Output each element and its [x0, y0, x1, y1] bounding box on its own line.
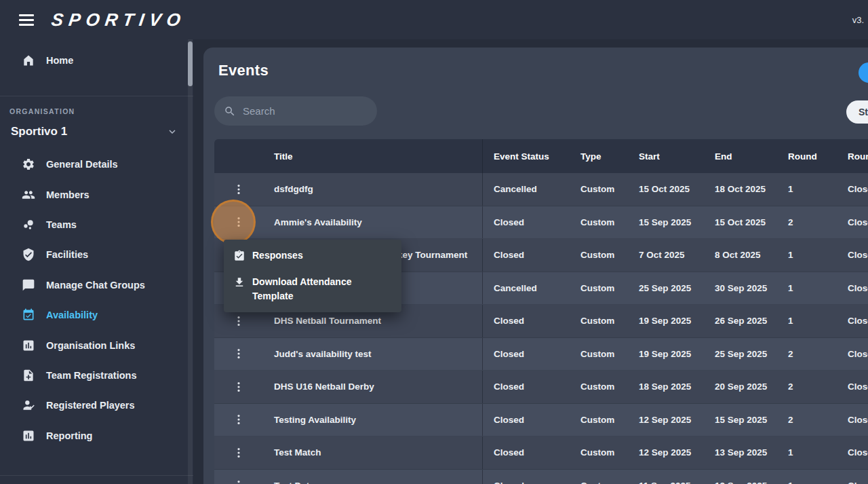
round-status: Closed	[837, 404, 868, 436]
row-actions-button[interactable]	[227, 310, 250, 333]
sidebar-item-label: Manage Chat Groups	[46, 280, 145, 291]
event-status: Closed	[483, 436, 570, 469]
end-date: 30 Sep 2025	[704, 272, 777, 305]
table-row[interactable]: Test MatchClosedCustom12 Sep 202513 Sep …	[214, 436, 868, 470]
row-actions-button[interactable]	[227, 441, 250, 464]
end-date: 13 Sep 2025	[704, 436, 777, 469]
sidebar-item-teams[interactable]: Teams	[0, 210, 193, 240]
end-date: 18 Oct 2025	[704, 173, 777, 206]
event-title: DHS U16 Netball Derby	[263, 371, 483, 403]
add-button[interactable]	[859, 62, 868, 83]
event-status: Cancelled	[483, 173, 570, 206]
dots-vertical-icon	[232, 183, 245, 196]
row-actions-button[interactable]	[227, 342, 250, 365]
event-title: Testing Availability	[263, 404, 483, 436]
table-row[interactable]: Test DatesClosedCustom11 Sep 202512 Sep …	[214, 470, 868, 484]
sidebar-item-organisation-links[interactable]: Organisation Links	[0, 330, 193, 360]
row-actions-cell	[214, 173, 263, 206]
hamburger-menu-icon[interactable]	[19, 14, 34, 26]
round: 1	[777, 436, 837, 469]
sidebar-item-reporting[interactable]: Reporting	[0, 421, 193, 451]
row-actions-button[interactable]	[227, 474, 250, 484]
start-date: 15 Oct 2025	[628, 173, 704, 206]
sidebar-item-manage-chat-groups[interactable]: Manage Chat Groups	[0, 270, 193, 300]
table-row[interactable]: Ammie's AvailabilityClosedCustom15 Sep 2…	[214, 206, 868, 240]
round: 1	[777, 305, 837, 337]
row-actions-cell	[214, 436, 263, 469]
sidebar-item-label: Teams	[46, 219, 77, 230]
column-header-actions	[214, 139, 263, 173]
sidebar-item-members[interactable]: Members	[0, 179, 193, 209]
sidebar-item-label: Facilities	[46, 249, 88, 260]
end-date: 25 Sep 2025	[704, 338, 777, 371]
table-row[interactable]: DHS U16 Netball DerbyClosedCustom18 Sep …	[214, 371, 868, 404]
row-actions-cell	[214, 371, 263, 403]
dots-vertical-icon	[232, 413, 245, 426]
row-actions-button[interactable]	[227, 210, 250, 234]
sidebar-item-home[interactable]: Home	[0, 45, 193, 75]
sidebar-item-label: Reporting	[46, 430, 92, 441]
sidebar-item-facilities[interactable]: Facilities	[0, 240, 193, 269]
start-date: 25 Sep 2025	[628, 272, 704, 305]
sidebar-item-availability[interactable]: Availability	[0, 300, 193, 330]
round: 2	[777, 206, 837, 239]
sidebar-divider	[0, 96, 193, 96]
event-status: Closed	[483, 305, 570, 337]
search-bar[interactable]	[214, 96, 377, 126]
bubbles-icon	[22, 218, 35, 231]
start-date: 19 Sep 2025	[628, 338, 704, 371]
column-header-round: Round	[777, 139, 837, 173]
start-date: 7 Oct 2025	[628, 239, 704, 272]
start-date: 11 Sep 2025	[628, 470, 704, 484]
sidebar-scrollbar[interactable]	[188, 39, 193, 484]
home-icon	[22, 54, 35, 67]
table-row[interactable]: Judd's availability testClosedCustom19 S…	[214, 338, 868, 371]
table-row[interactable]: dsfdgdfgCancelledCustom15 Oct 202518 Oct…	[214, 173, 868, 206]
round: 1	[777, 272, 837, 305]
sidebar-item-team-registrations[interactable]: Team Registrations	[0, 360, 193, 390]
search-input[interactable]	[243, 105, 368, 117]
sidebar-item-general-details[interactable]: General Details	[0, 149, 193, 179]
app-logo: SPORTIVO	[50, 10, 187, 31]
chart-box-icon	[22, 339, 35, 352]
sidebar-item-label: Organisation Links	[46, 340, 135, 351]
clipboard-add-icon	[22, 369, 35, 382]
row-actions-cell	[214, 470, 263, 484]
dots-vertical-icon	[232, 446, 245, 460]
row-actions-button[interactable]	[227, 178, 250, 201]
round-status: Closed	[837, 305, 868, 337]
table-row[interactable]: Testing AvailabilityClosedCustom12 Sep 2…	[214, 404, 868, 437]
round-status: Closed	[837, 206, 868, 239]
event-status: Cancelled	[483, 272, 570, 305]
organisation-selector[interactable]: Sportivo 1	[0, 119, 193, 144]
sidebar-item-registered-players[interactable]: Registered Players	[0, 390, 193, 420]
event-status: Closed	[483, 470, 570, 484]
context-menu-item-responses[interactable]: Responses	[224, 242, 401, 269]
column-header-title: Title	[263, 139, 483, 173]
sidebar-item-label: Availability	[46, 310, 98, 320]
dots-vertical-icon	[232, 479, 245, 484]
event-type: Custom	[570, 206, 628, 239]
shield-check-icon	[22, 248, 35, 261]
chevron-down-icon	[166, 126, 178, 138]
round-status: Closed	[837, 436, 868, 469]
round: 2	[777, 404, 837, 436]
table-header-row: TitleEvent StatusTypeStartEndRoundRound …	[214, 139, 868, 173]
organisation-section-label: ORGANISATION	[0, 107, 193, 115]
status-filter-button[interactable]: Status	[846, 100, 868, 124]
start-date: 12 Sep 2025	[628, 404, 704, 436]
sidebar-scrollbar-thumb[interactable]	[188, 41, 193, 86]
version-label: v3.	[852, 15, 864, 25]
gear-icon	[22, 157, 35, 171]
end-date: 20 Sep 2025	[704, 371, 777, 403]
organisation-name: Sportivo 1	[11, 125, 67, 138]
context-menu-item-download-attendance-template[interactable]: Download Attendance Template	[224, 269, 401, 310]
round-status: Closed	[837, 371, 868, 403]
dots-vertical-icon	[232, 347, 245, 360]
event-type: Custom	[570, 371, 628, 403]
row-actions-button[interactable]	[227, 375, 250, 398]
end-date: 26 Sep 2025	[704, 305, 777, 337]
column-header-round-status: Round Status	[837, 139, 868, 173]
round-status: Closed	[837, 470, 868, 484]
row-actions-button[interactable]	[227, 408, 250, 431]
